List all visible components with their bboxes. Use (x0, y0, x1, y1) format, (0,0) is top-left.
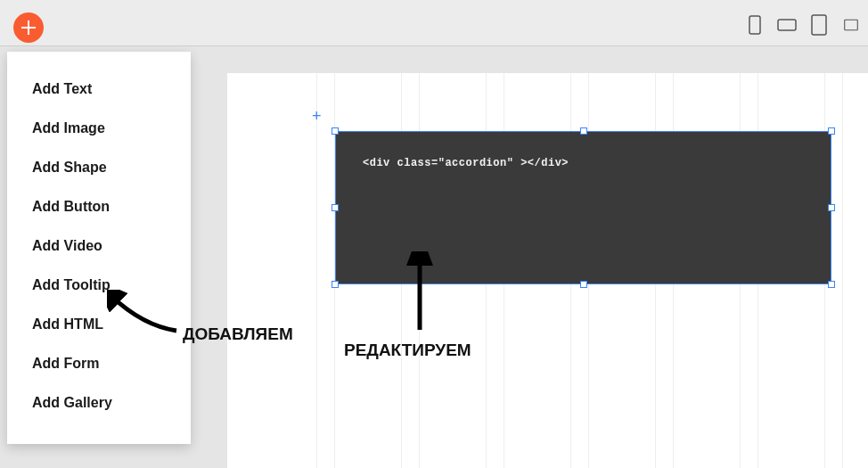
resize-handle-top-left[interactable] (332, 127, 339, 135)
annotation-label-edit: РЕДАКТИРУЕМ (344, 341, 471, 360)
device-phone-portrait-icon[interactable] (745, 12, 765, 37)
annotation-arrow-add (107, 290, 178, 338)
annotation-label-add: ДОБАВЛЯЕМ (183, 324, 293, 344)
svg-rect-2 (812, 15, 826, 35)
resize-handle-mid-bottom[interactable] (580, 281, 587, 288)
resize-handle-mid-top[interactable] (580, 127, 587, 135)
resize-handle-top-right[interactable] (828, 127, 835, 135)
svg-rect-0 (749, 16, 760, 34)
menu-item-add-form[interactable]: Add Form (7, 344, 191, 383)
add-element-button[interactable] (13, 12, 44, 43)
resize-handle-bottom-right[interactable] (828, 281, 835, 288)
menu-item-add-gallery[interactable]: Add Gallery (7, 383, 191, 423)
menu-item-add-image[interactable]: Add Image (7, 109, 191, 148)
device-tablet-portrait-icon[interactable] (809, 12, 829, 37)
menu-item-add-video[interactable]: Add Video (7, 226, 191, 266)
resize-handle-mid-left[interactable] (332, 204, 339, 211)
plus-icon (21, 21, 36, 35)
menu-item-add-shape[interactable]: Add Shape (7, 148, 191, 187)
add-element-menu: Add Text Add Image Add Shape Add Button … (7, 52, 191, 444)
resize-handle-bottom-left[interactable] (332, 281, 339, 288)
menu-item-add-text[interactable]: Add Text (7, 70, 191, 109)
device-preview-group (745, 12, 861, 37)
resize-handle-mid-right[interactable] (828, 204, 835, 211)
menu-item-add-button[interactable]: Add Button (7, 187, 191, 226)
device-phone-landscape-icon[interactable] (777, 12, 797, 37)
top-toolbar (0, 0, 868, 46)
annotation-arrow-edit (406, 251, 433, 335)
svg-rect-3 (845, 20, 858, 30)
insert-crosshair-icon: + (312, 110, 326, 124)
device-tablet-landscape-icon[interactable] (841, 12, 861, 37)
svg-rect-1 (778, 20, 796, 30)
